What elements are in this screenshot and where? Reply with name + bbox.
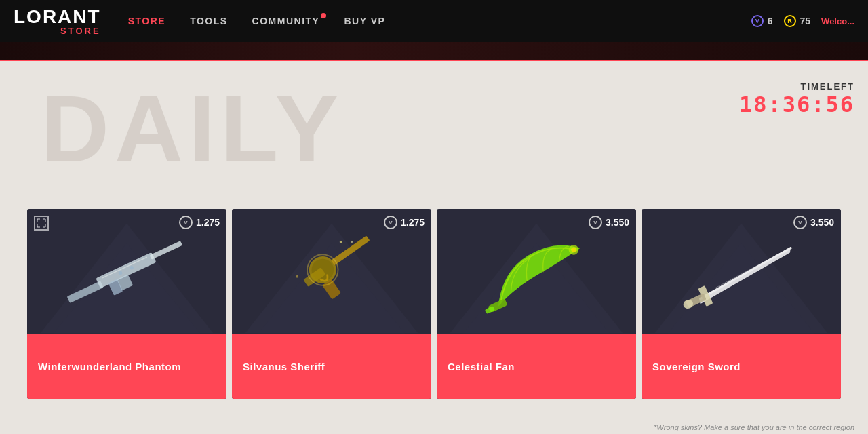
card-sheriff[interactable]: V 1.275 [232, 209, 431, 399]
time-left-container: TIMELEFT 18:36:56 [739, 81, 854, 117]
navbar: LORANT STORE STORE TOOLS COMMUNITY BUY V… [0, 0, 868, 42]
svg-point-19 [351, 240, 353, 243]
card-sword[interactable]: V 3.550 [642, 209, 841, 399]
card-label-phantom: Winterwunderland Phantom [27, 334, 226, 399]
card-img-phantom: V 1.275 [27, 209, 226, 334]
price-value-sword: 3.550 [810, 217, 834, 228]
price-value-fan: 3.550 [606, 217, 629, 228]
nav-links: STORE TOOLS COMMUNITY BUY VP [128, 16, 751, 26]
nav-buy-vp[interactable]: BUY VP [344, 16, 385, 26]
price-value-phantom: 1.275 [196, 217, 220, 228]
rp-value: 75 [800, 16, 811, 26]
currency-vp: V 6 [751, 15, 773, 27]
site-logo[interactable]: LORANT STORE [14, 7, 101, 35]
price-value-sheriff: 1.275 [401, 217, 425, 228]
time-left-value: 18:36:56 [739, 92, 854, 117]
time-left-label: TIMELEFT [739, 81, 854, 92]
svg-line-35 [713, 253, 782, 288]
nav-store[interactable]: STORE [128, 16, 165, 26]
card-name-fan: Celestial Fan [448, 361, 515, 372]
logo-main-text: LORANT [14, 7, 101, 26]
card-name-sheriff: Silvanus Sheriff [243, 361, 325, 372]
welcome-text: Welco... [821, 16, 854, 26]
rp-icon: R [784, 15, 796, 27]
svg-rect-4 [150, 241, 182, 260]
card-img-fan: V 3.550 [437, 209, 636, 334]
card-label-sheriff: Silvanus Sheriff [232, 334, 431, 399]
card-price-fan: V 3.550 [589, 216, 629, 229]
card-phantom[interactable]: V 1.275 [27, 209, 226, 399]
card-name-sword: Sovereign Sword [652, 361, 741, 372]
card-price-sheriff: V 1.275 [384, 216, 425, 229]
svg-rect-14 [331, 235, 370, 265]
currency-rp: R 75 [784, 15, 811, 27]
card-label-sword: Sovereign Sword [642, 334, 841, 399]
logo-sub-text: STORE [60, 26, 101, 35]
card-img-sword: V 3.550 [642, 209, 841, 334]
svg-point-20 [296, 275, 299, 278]
svg-point-18 [339, 240, 342, 243]
card-fan[interactable]: V 3.550 [437, 209, 636, 399]
card-price-phantom: V 1.275 [179, 216, 220, 229]
card-img-sheriff: V 1.275 [232, 209, 431, 334]
card-price-sword: V 3.550 [793, 216, 834, 229]
nav-right: V 6 R 75 Welco... [751, 15, 854, 27]
vp-icon: V [751, 15, 764, 27]
vp-badge-sheriff: V [384, 216, 397, 229]
hero-strip [0, 42, 868, 61]
card-label-fan: Celestial Fan [437, 334, 636, 399]
svg-rect-2 [67, 281, 104, 303]
nav-community[interactable]: COMMUNITY [252, 16, 320, 26]
vp-badge-phantom: V [179, 216, 193, 229]
nav-tools[interactable]: TOOLS [190, 16, 227, 26]
community-notif-dot [321, 13, 326, 18]
daily-section-title: DAILY [41, 81, 344, 176]
card-name-phantom: Winterwunderland Phantom [38, 361, 181, 372]
expand-icon-phantom[interactable] [34, 216, 49, 231]
vp-value: 6 [768, 16, 773, 26]
cards-container: V 1.275 [0, 209, 868, 399]
main-content: DAILY TIMELEFT 18:36:56 V 1.275 [0, 61, 868, 434]
footer-note: *Wrong skins? Make a sure that you are i… [654, 423, 854, 431]
